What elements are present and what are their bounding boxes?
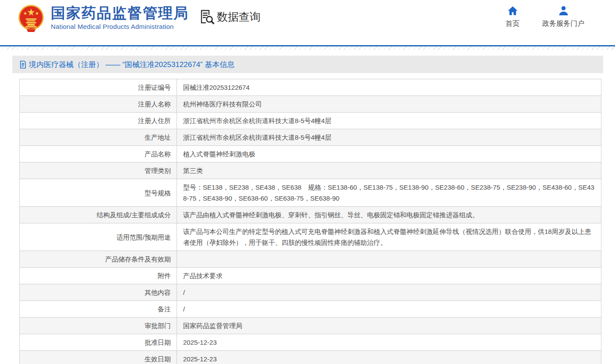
user-icon: [558, 5, 569, 16]
row-label: 备注: [20, 301, 177, 318]
row-value: /: [177, 284, 601, 301]
document-icon: [19, 60, 27, 69]
row-value: 2025-12-23: [177, 351, 601, 364]
registration-info-table: 注册证编号国械注准20253122674注册人名称杭州神络医疗科技有限公司注册人…: [19, 79, 601, 364]
table-row: 管理类别第三类: [20, 163, 601, 179]
site-title-cn: 国家药品监督管理局: [51, 4, 189, 22]
row-label: 附件: [20, 268, 177, 284]
top-nav: 首页 政务服务门户: [505, 5, 584, 28]
row-label: 产品储存条件及有效期: [20, 251, 177, 268]
row-label: 生产地址: [20, 129, 177, 146]
row-value: 第三类: [177, 163, 601, 179]
section-title: 境内医疗器械（注册） —— “国械注准20253122674” 基本信息: [29, 60, 235, 70]
row-label: 其他内容: [20, 284, 177, 301]
table-row: 生产地址浙江省杭州市余杭区余杭街道科技大道8-5号4幢4层: [20, 129, 601, 146]
row-label: 管理类别: [20, 163, 177, 179]
row-value: 杭州神络医疗科技有限公司: [177, 96, 601, 113]
row-value: 国家药品监督管理局: [177, 318, 601, 334]
row-value: 型号：SE138，SE238，SE438，SE638 规格：SE138-60，S…: [177, 179, 601, 207]
logo-text: 国家药品监督管理局 National Medical Products Admi…: [51, 4, 189, 30]
row-label: 批准日期: [20, 334, 177, 351]
national-emblem-icon: [17, 4, 46, 33]
table-row: 其他内容/: [20, 284, 601, 301]
section-title-bar: 境内医疗器械（注册） —— “国械注准20253122674” 基本信息: [12, 56, 603, 73]
table-row: 适用范围/预期用途该产品与本公司生产的特定型号的植入式可充电脊髓神经刺激器和植入…: [20, 223, 601, 251]
table-row: 备注/: [20, 301, 601, 318]
row-value: 浙江省杭州市余杭区余杭街道科技大道8-5号4幢4层: [177, 113, 601, 129]
row-value: [177, 251, 601, 268]
table-row: 批准日期2025-12-23: [20, 334, 601, 351]
table-row: 产品名称植入式脊髓神经刺激电极: [20, 146, 601, 163]
row-label: 生效日期: [20, 351, 177, 364]
row-label: 适用范围/预期用途: [20, 223, 177, 251]
main-content: 境内医疗器械（注册） —— “国械注准20253122674” 基本信息 注册证…: [12, 56, 603, 364]
row-value: 该产品与本公司生产的特定型号的植入式可充电脊髓神经刺激器和植入式脊髓神经刺激延伸…: [177, 223, 601, 251]
row-value: 产品技术要求: [177, 268, 601, 284]
table-row: 审批部门国家药品监督管理局: [20, 318, 601, 334]
data-query-label: 数据查询: [217, 10, 261, 24]
row-label: 注册人名称: [20, 96, 177, 113]
nav-label-gov-portal: 政务服务门户: [542, 19, 584, 28]
row-value: 植入式脊髓神经刺激电极: [177, 146, 601, 163]
table-row: 产品储存条件及有效期: [20, 251, 601, 268]
table-row: 注册人名称杭州神络医疗科技有限公司: [20, 96, 601, 113]
stripe-pattern: [0, 46, 615, 50]
info-table-body: 注册证编号国械注准20253122674注册人名称杭州神络医疗科技有限公司注册人…: [20, 79, 601, 364]
row-label: 产品名称: [20, 146, 177, 163]
row-value: 浙江省杭州市余杭区余杭街道科技大道8-5号4幢4层: [177, 129, 601, 146]
row-value: /: [177, 301, 601, 318]
site-logo[interactable]: 国家药品监督管理局 National Medical Products Admi…: [17, 1, 189, 33]
row-label: 型号规格: [20, 179, 177, 207]
row-label: 结构及组成/主要组成成分: [20, 207, 177, 223]
table-row: 生效日期2025-12-23: [20, 351, 601, 364]
table-row: 注册人住所浙江省杭州市余杭区余杭街道科技大道8-5号4幢4层: [20, 113, 601, 129]
nav-label-home: 首页: [505, 19, 520, 28]
row-label: 注册证编号: [20, 79, 177, 96]
registration-info-table-wrap: 注册证编号国械注准20253122674注册人名称杭州神络医疗科技有限公司注册人…: [12, 73, 603, 364]
data-query-link[interactable]: 数据查询: [198, 9, 261, 25]
row-value: 该产品由植入式脊髓神经刺激电极、穿刺针、指引钢丝、导丝、电极固定锚和电极固定锚推…: [177, 207, 601, 223]
row-value: 国械注准20253122674: [177, 79, 601, 96]
row-value: 2025-12-23: [177, 334, 601, 351]
nav-item-gov-portal[interactable]: 政务服务门户: [542, 5, 584, 28]
row-label: 注册人住所: [20, 113, 177, 129]
site-title-en: National Medical Products Administration: [51, 23, 189, 30]
site-header: 国家药品监督管理局 National Medical Products Admi…: [0, 0, 615, 45]
nav-item-home[interactable]: 首页: [505, 5, 520, 28]
data-query-icon: [198, 9, 215, 25]
home-icon: [507, 5, 518, 16]
table-row: 型号规格型号：SE138，SE238，SE438，SE638 规格：SE138-…: [20, 179, 601, 207]
row-label: 审批部门: [20, 318, 177, 334]
table-row: 结构及组成/主要组成成分该产品由植入式脊髓神经刺激电极、穿刺针、指引钢丝、导丝、…: [20, 207, 601, 223]
table-row: 附件产品技术要求: [20, 268, 601, 284]
table-row: 注册证编号国械注准20253122674: [20, 79, 601, 96]
